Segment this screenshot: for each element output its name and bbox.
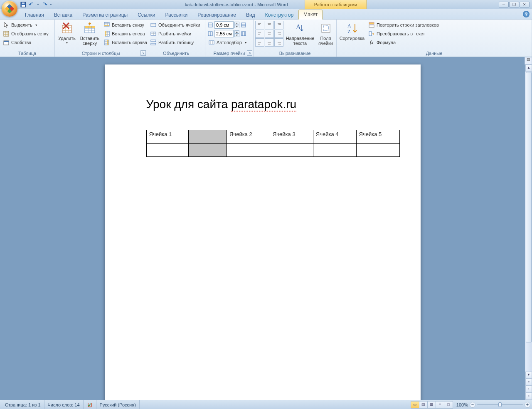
col-width-input[interactable] xyxy=(214,30,234,37)
group-size-launcher[interactable]: ↘ xyxy=(247,50,252,56)
tab-design[interactable]: Конструктор xyxy=(260,10,298,20)
table-cell[interactable]: Ячейка 3 xyxy=(270,130,313,144)
view-outline-icon[interactable]: ≡ xyxy=(436,402,444,408)
view-web-icon[interactable]: ▦ xyxy=(428,402,436,408)
cell-margins-button[interactable]: Поля ячейки xyxy=(317,21,335,47)
insert-right-button[interactable]: Вставить справа xyxy=(102,38,148,47)
split-cells-button[interactable]: Разбить ячейки xyxy=(149,30,202,38)
align-br[interactable] xyxy=(274,38,283,47)
width-spin[interactable]: ▲▼ xyxy=(234,30,239,37)
align-ml[interactable] xyxy=(255,30,264,38)
table-cell[interactable] xyxy=(356,144,399,157)
text-direction-button[interactable]: A Направление текста xyxy=(285,21,315,47)
align-tl[interactable] xyxy=(255,21,264,29)
row-height-input[interactable] xyxy=(214,21,234,29)
distribute-rows-icon[interactable] xyxy=(240,22,247,28)
align-bl[interactable] xyxy=(255,38,264,47)
convert-text-button[interactable]: Преобразовать в текст xyxy=(367,30,440,38)
properties-icon xyxy=(3,39,10,46)
align-tr[interactable] xyxy=(274,21,283,29)
scroll-track[interactable] xyxy=(525,343,532,372)
merge-cells-button[interactable]: Объединить ячейки xyxy=(149,21,202,29)
alignment-grid xyxy=(255,21,283,47)
table-cell[interactable] xyxy=(227,144,270,157)
status-proofing[interactable] xyxy=(84,400,96,409)
qat-customize-icon[interactable]: ▼ xyxy=(49,2,53,7)
table-cell[interactable]: Ячейка 4 xyxy=(313,130,356,144)
save-icon[interactable] xyxy=(20,1,27,8)
col-width-field[interactable]: ▲▼ xyxy=(207,30,249,38)
scroll-up-icon[interactable]: ▲ xyxy=(525,64,532,72)
redo-icon[interactable] xyxy=(41,1,48,8)
ruler-toggle-icon[interactable]: ▤ xyxy=(525,57,532,64)
properties-button[interactable]: Свойства xyxy=(2,38,50,47)
repeat-header-button[interactable]: Повторить строки заголовков xyxy=(367,21,440,29)
close-button[interactable]: ✕ xyxy=(520,2,530,7)
align-tc[interactable] xyxy=(265,21,274,29)
tab-layout[interactable]: Макет xyxy=(298,10,323,20)
view-reading-icon[interactable]: ▤ xyxy=(419,402,428,408)
tab-page-layout[interactable]: Разметка страницы xyxy=(77,10,133,20)
table-cell[interactable]: Ячейка 1 xyxy=(146,130,189,144)
select-button[interactable]: Выделить ▼ xyxy=(2,21,50,29)
table-cell-selected[interactable] xyxy=(189,144,227,157)
table-cell[interactable] xyxy=(270,144,313,157)
scroll-thumb[interactable] xyxy=(526,72,532,342)
height-spin[interactable]: ▲▼ xyxy=(234,22,239,28)
svg-rect-29 xyxy=(369,22,374,24)
align-mr[interactable] xyxy=(274,30,283,38)
zoom-in-icon[interactable]: + xyxy=(525,402,530,408)
undo-dropdown-icon[interactable]: ▼ xyxy=(36,2,40,7)
tab-references[interactable]: Ссылки xyxy=(133,10,160,20)
insert-left-button[interactable]: Вставить слева xyxy=(102,30,148,38)
next-page-icon[interactable]: » xyxy=(525,393,532,400)
view-draft-icon[interactable]: □ xyxy=(444,402,453,408)
distribute-cols-icon[interactable] xyxy=(240,30,247,37)
status-words[interactable]: Число слов: 14 xyxy=(44,400,84,409)
props-label: Свойства xyxy=(11,40,31,45)
prev-page-icon[interactable]: « xyxy=(525,379,532,386)
zoom-value[interactable]: 100% xyxy=(456,402,468,407)
group-rows-launcher[interactable]: ↘ xyxy=(140,50,146,56)
vertical-scrollbar[interactable]: ▤ ▲ ▼ « ◦ » xyxy=(525,57,532,400)
autofit-button[interactable]: Автоподбор ▼ xyxy=(207,38,249,47)
table-cell[interactable] xyxy=(313,144,356,157)
tab-home[interactable]: Главная xyxy=(20,10,49,20)
delete-button[interactable]: Удалить ▼ xyxy=(57,21,77,46)
tab-insert[interactable]: Вставка xyxy=(49,10,78,20)
scroll-down-icon[interactable]: ▼ xyxy=(525,372,532,379)
zoom-out-icon[interactable]: − xyxy=(470,402,475,408)
table-cell[interactable]: Ячейка 2 xyxy=(227,130,270,144)
tab-review[interactable]: Рецензирование xyxy=(192,10,241,20)
office-button[interactable] xyxy=(2,1,17,17)
document-viewport[interactable]: Урок для сайта paratapok.ru Ячейка 1 Яче… xyxy=(0,57,525,400)
row-height-field[interactable]: ▲▼ xyxy=(207,21,249,29)
status-page[interactable]: Страница: 1 из 1 xyxy=(2,400,44,409)
tab-view[interactable]: Вид xyxy=(241,10,260,20)
help-icon[interactable]: ? xyxy=(523,11,530,17)
chevron-down-icon: ▼ xyxy=(244,41,247,44)
insert-above-button[interactable]: Вставить сверху xyxy=(79,21,101,47)
zoom-knob[interactable] xyxy=(498,402,502,407)
zoom-slider[interactable] xyxy=(477,404,523,405)
sort-button[interactable]: AZ Сортировка xyxy=(338,21,366,42)
align-bc[interactable] xyxy=(265,38,274,47)
insert-below-button[interactable]: Вставить снизу xyxy=(102,21,148,29)
table-cell[interactable] xyxy=(146,144,189,157)
browse-object-icon[interactable]: ◦ xyxy=(525,386,532,393)
formula-button[interactable]: fx Формула xyxy=(367,38,440,47)
view-print-icon[interactable]: ▭ xyxy=(411,402,419,408)
restore-button[interactable]: ❐ xyxy=(509,2,519,7)
status-language[interactable]: Русский (Россия) xyxy=(96,400,140,409)
document-heading[interactable]: Урок для сайта paratapok.ru xyxy=(146,98,379,111)
table-cell[interactable]: Ячейка 5 xyxy=(356,130,399,144)
undo-icon[interactable] xyxy=(28,1,35,8)
split-table-button[interactable]: Разбить таблицу xyxy=(149,38,202,47)
minimize-button[interactable]: ─ xyxy=(499,2,509,7)
document-table[interactable]: Ячейка 1 Ячейка 2 Ячейка 3 Ячейка 4 Ячей… xyxy=(146,130,400,157)
align-mc[interactable] xyxy=(265,30,274,38)
table-cell-selected[interactable] xyxy=(189,130,227,144)
show-grid-button[interactable]: Отобразить сетку xyxy=(2,30,50,38)
tab-mailings[interactable]: Рассылки xyxy=(160,10,192,20)
view-mode-buttons: ▭ ▤ ▦ ≡ □ xyxy=(411,401,453,409)
